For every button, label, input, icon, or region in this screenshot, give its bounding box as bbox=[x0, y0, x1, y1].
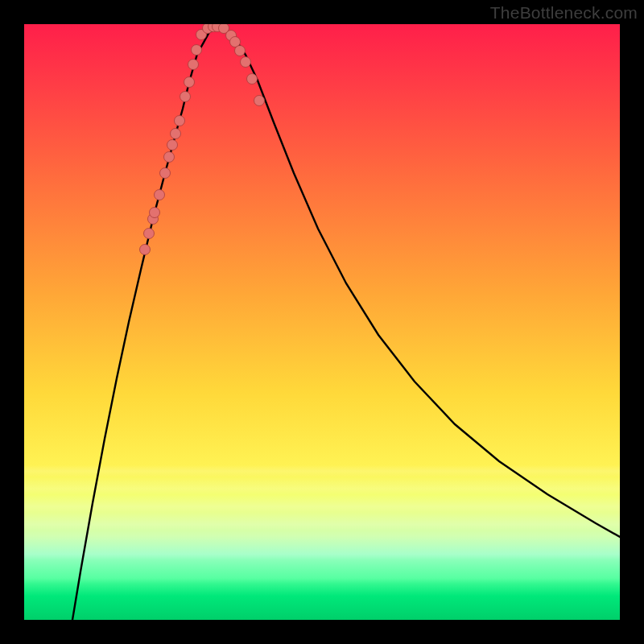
data-point bbox=[254, 96, 265, 106]
data-point bbox=[140, 245, 151, 255]
data-point bbox=[144, 229, 155, 239]
plot-area bbox=[24, 24, 620, 620]
data-point bbox=[180, 92, 191, 102]
data-point bbox=[219, 24, 229, 34]
data-point bbox=[188, 60, 199, 70]
gradient-bands bbox=[24, 24, 620, 620]
data-point bbox=[192, 45, 202, 56]
data-point bbox=[213, 24, 223, 32]
data-point bbox=[171, 129, 181, 139]
data-point bbox=[175, 116, 185, 126]
data-point bbox=[184, 77, 195, 88]
data-point bbox=[164, 152, 175, 163]
watermark-text: TheBottleneck.com bbox=[490, 3, 638, 23]
bottleneck-curve-path bbox=[72, 26, 620, 620]
bottleneck-curve bbox=[72, 26, 620, 620]
data-point bbox=[226, 31, 237, 41]
data-point bbox=[235, 46, 246, 56]
data-point bbox=[148, 214, 159, 225]
data-point bbox=[150, 208, 160, 218]
data-point bbox=[196, 30, 207, 40]
data-point bbox=[208, 24, 219, 32]
data-point bbox=[155, 190, 165, 200]
data-point bbox=[203, 24, 213, 34]
data-point bbox=[247, 74, 258, 85]
curve-layer bbox=[24, 24, 620, 620]
data-point bbox=[160, 168, 171, 179]
data-point bbox=[230, 37, 241, 47]
data-point bbox=[241, 57, 251, 68]
data-point bbox=[167, 140, 178, 151]
highlighted-points bbox=[140, 24, 265, 255]
chart-container: TheBottleneck.com bbox=[0, 0, 644, 644]
